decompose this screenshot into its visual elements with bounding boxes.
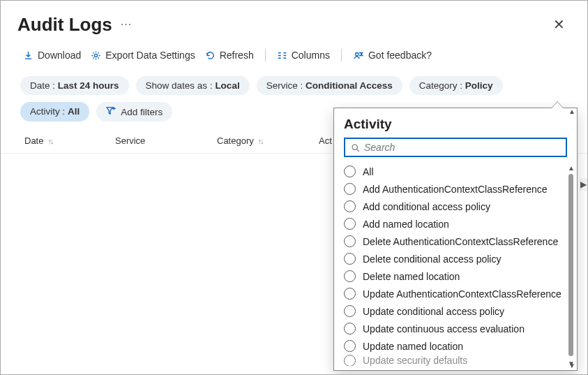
- scroll-up-icon[interactable]: ▲: [568, 164, 575, 172]
- columns-icon: [277, 50, 287, 61]
- feedback-button[interactable]: Got feedback?: [350, 47, 435, 64]
- search-input[interactable]: [364, 142, 560, 153]
- gear-icon: [91, 50, 101, 61]
- radio-icon: [344, 218, 356, 230]
- column-date[interactable]: Date↑↓: [24, 135, 115, 146]
- activity-dropdown: ▲ Activity ▲ All Add AuthenticationConte…: [333, 108, 578, 371]
- filter-add-icon: [106, 106, 116, 117]
- radio-icon: [344, 183, 356, 195]
- scroll-down-icon[interactable]: ▼: [568, 362, 575, 369]
- option-update-named-location[interactable]: Update named location: [344, 337, 574, 355]
- export-settings-button[interactable]: Export Data Settings: [88, 47, 197, 64]
- divider: [341, 49, 342, 61]
- svg-point-1: [355, 52, 358, 55]
- search-icon: [351, 143, 360, 152]
- feedback-icon: [353, 50, 364, 61]
- filter-show-dates[interactable]: Show dates as : Local: [136, 76, 250, 95]
- filter-date[interactable]: Date : Last 24 hours: [20, 76, 129, 95]
- radio-icon: [344, 253, 356, 265]
- filter-activity[interactable]: Activity : All: [20, 102, 89, 122]
- option-add-authcontext[interactable]: Add AuthenticationContextClassReference: [344, 180, 574, 198]
- option-update-continuous[interactable]: Update continuous access evaluation: [344, 320, 574, 337]
- svg-point-2: [352, 145, 357, 149]
- activity-options: ▲ All Add AuthenticationContextClassRefe…: [334, 163, 577, 370]
- close-icon[interactable]: ✕: [548, 13, 571, 36]
- radio-icon: [344, 166, 356, 177]
- refresh-button[interactable]: Refresh: [202, 47, 257, 64]
- option-update-security-defaults[interactable]: Update security defaults: [344, 355, 574, 366]
- download-label: Download: [38, 50, 81, 61]
- option-delete-authcontext[interactable]: Delete AuthenticationContextClassReferen…: [344, 233, 574, 250]
- page-title: Audit Logs: [17, 14, 112, 36]
- column-category[interactable]: Category↑↓: [217, 135, 319, 146]
- option-add-ca-policy[interactable]: Add conditional access policy: [344, 198, 574, 215]
- columns-button[interactable]: Columns: [274, 47, 333, 64]
- download-icon: [23, 50, 33, 61]
- refresh-label: Refresh: [220, 50, 254, 61]
- page-header: Audit Logs ··· ✕: [1, 1, 587, 40]
- scrollbar[interactable]: [568, 174, 573, 356]
- scroll-up-icon[interactable]: ▲: [568, 108, 575, 115]
- filter-category[interactable]: Category : Policy: [409, 76, 503, 95]
- dropdown-caret: [552, 102, 563, 108]
- add-filters-label: Add filters: [121, 107, 163, 117]
- option-update-authcontext[interactable]: Update AuthenticationContextClassReferen…: [344, 285, 574, 302]
- filter-service[interactable]: Service : Conditional Access: [257, 76, 402, 95]
- activity-search[interactable]: [344, 138, 567, 157]
- sort-icon: ↑↓: [47, 137, 52, 145]
- option-delete-named-location[interactable]: Delete named location: [344, 267, 574, 285]
- radio-icon: [344, 323, 356, 334]
- radio-icon: [344, 200, 356, 212]
- refresh-icon: [205, 50, 216, 61]
- add-filters-button[interactable]: Add filters: [96, 102, 172, 122]
- svg-point-0: [95, 54, 98, 57]
- command-bar: Download Export Data Settings Refresh Co…: [1, 40, 587, 73]
- feedback-label: Got feedback?: [368, 50, 432, 61]
- export-label: Export Data Settings: [105, 50, 195, 61]
- option-update-ca-policy[interactable]: Update conditional access policy: [344, 302, 574, 320]
- more-icon[interactable]: ···: [121, 18, 132, 31]
- option-add-named-location[interactable]: Add named location: [344, 215, 574, 233]
- radio-icon: [344, 305, 356, 317]
- option-delete-ca-policy[interactable]: Delete conditional access policy: [344, 250, 574, 267]
- download-button[interactable]: Download: [20, 47, 84, 64]
- radio-icon: [344, 340, 356, 352]
- dropdown-title: Activity: [334, 108, 577, 138]
- sort-icon: ↑↓: [258, 137, 263, 145]
- columns-label: Columns: [292, 50, 330, 61]
- radio-icon: [344, 288, 356, 300]
- divider: [265, 49, 266, 61]
- column-service[interactable]: Service: [115, 135, 217, 146]
- panel-expand-icon[interactable]: ▶: [580, 178, 587, 191]
- option-all[interactable]: All: [344, 163, 574, 180]
- radio-icon: [344, 270, 356, 282]
- radio-icon: [344, 235, 356, 247]
- radio-icon: [344, 355, 356, 366]
